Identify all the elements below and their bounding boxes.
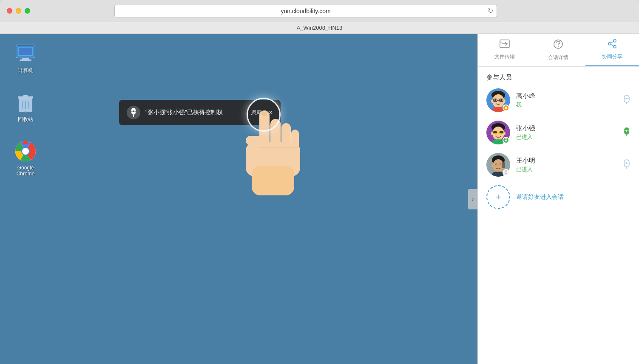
svg-point-37 [613,45,616,48]
tab-session-detail[interactable]: 会话详情 [531,34,585,66]
svg-line-40 [611,45,613,46]
svg-line-39 [611,42,613,43]
tab-collab-share-label: 协同分享 [602,53,622,60]
window-title-bar: A_Win2008_HN13 [0,22,639,34]
notification-close-button[interactable]: × [268,108,273,117]
participant-status-wang: 已进入 [516,166,617,173]
minimize-button[interactable] [16,8,21,14]
participant-name-zhang: 张小强 [516,124,617,133]
recycle-bin-icon [15,91,36,113]
desktop-icon-recycle[interactable]: 回收站 [9,91,43,123]
desktop-icons: 计算机 [0,34,51,185]
plus-icon: + [496,192,501,203]
participant-info-gao: 高小峰 我 [516,92,617,109]
chevron-left-icon: › [472,196,474,203]
status-badge-wang [503,169,509,176]
svg-rect-65 [500,131,503,133]
svg-point-35 [558,46,559,47]
titlebar: yun.cloudbility.com ↻ [0,0,639,22]
participant-info-wang: 王小明 已进入 [516,157,617,173]
notification-mouse-icon [127,106,140,119]
window-title: A_Win2008_HN13 [297,25,343,31]
right-panel: 文件传输 会话详情 [477,34,639,364]
avatar-wrapper-wang [486,153,510,177]
svg-point-50 [500,99,502,102]
maximize-button[interactable] [25,8,30,14]
participant-mouse-icon-gao [623,95,630,106]
svg-point-36 [613,40,616,42]
notification-popup: “张小强”张小强”已获得控制权 忽略 × [119,100,281,125]
svg-point-44 [491,99,494,103]
svg-rect-5 [19,48,32,55]
participant-status-zhang: 已进入 [516,133,617,141]
invite-friend-button[interactable]: + 邀请好友进入会话 [486,185,630,209]
chrome-icon [14,140,37,162]
svg-rect-2 [22,58,29,59]
participant-name-gao: 高小峰 [516,92,617,100]
svg-point-15 [22,148,29,155]
svg-point-77 [491,164,494,167]
svg-rect-26 [246,136,262,145]
svg-rect-27 [246,142,300,176]
svg-point-38 [608,42,611,45]
notification-ignore-button[interactable]: 忽略 [251,109,262,116]
participant-item-zhang: 张小强 已进入 [486,121,630,144]
browser-window: yun.cloudbility.com ↻ A_Win2008_HN13 [0,0,639,364]
svg-rect-24 [281,123,291,155]
svg-point-51 [505,107,507,109]
computer-icon [14,42,37,65]
url-bar[interactable]: yun.cloudbility.com ↻ [114,5,497,17]
main-content: 计算机 [0,34,639,364]
participant-info-zhang: 张小强 已进入 [516,124,617,141]
tab-session-detail-label: 会话详情 [548,54,568,61]
participants-section: 参与人员 [478,67,639,364]
file-transfer-icon [499,39,510,51]
svg-point-43 [492,94,504,108]
svg-rect-79 [502,162,505,168]
url-text: yun.cloudbility.com [281,8,330,14]
svg-rect-12 [23,95,28,97]
chrome-icon-label: GoogleChrome [17,165,35,177]
svg-rect-28 [252,166,294,195]
svg-rect-64 [493,131,497,133]
participant-mouse-icon-zhang [623,127,630,138]
control-badge-zhang [503,137,509,144]
svg-rect-25 [291,130,299,155]
tab-file-transfer[interactable]: 文件传输 [478,34,531,66]
tab-collab-share[interactable]: 协同分享 [585,34,639,66]
notification-actions: 忽略 × [245,108,273,117]
reload-button[interactable]: ↻ [488,7,493,15]
tab-file-transfer-label: 文件传输 [494,53,515,60]
desktop-area: 计算机 [0,34,477,364]
sidebar-toggle-button[interactable]: › [468,189,477,209]
close-button[interactable] [7,8,12,14]
participant-name-wang: 王小明 [516,157,617,165]
invite-circle-icon: + [486,185,510,209]
avatar-wrapper-zhang [486,121,510,144]
participants-title: 参与人员 [486,73,630,82]
svg-point-45 [503,99,506,103]
participant-item-gao: 高小峰 我 [486,88,630,112]
participant-mouse-icon-wang [623,159,630,171]
participant-item-wang: 王小明 已进入 [486,153,630,177]
svg-rect-3 [20,59,31,61]
computer-icon-label: 计算机 [18,67,33,74]
desktop-icon-chrome[interactable]: GoogleChrome [9,140,43,177]
notification-text: “张小强”张小强”已获得控制权 [145,109,240,116]
traffic-lights [7,8,30,14]
desktop-icon-computer[interactable]: 计算机 [9,42,43,74]
recycle-icon-label: 回收站 [18,116,33,123]
collab-share-icon [607,39,617,51]
avatar-wrapper-gao [486,88,510,112]
invite-label: 邀请好友进入会话 [516,193,564,201]
notification-divider [245,109,245,116]
session-detail-icon [553,39,563,51]
participant-status-gao: 我 [516,101,617,109]
panel-tabs: 文件传输 会话详情 [478,34,639,67]
host-badge-gao [503,104,509,111]
svg-point-49 [494,99,496,102]
